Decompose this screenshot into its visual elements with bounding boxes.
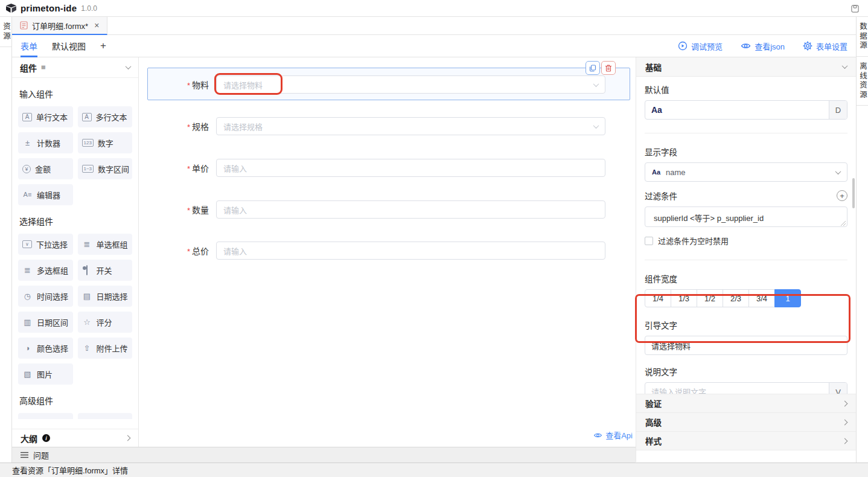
component-date-picker[interactable]: ▤日期选择 <box>78 286 133 307</box>
component-label: 下拉选择 <box>36 238 68 250</box>
component-radio-group[interactable]: ≣单选框组 <box>78 234 133 255</box>
width-option-3-4[interactable]: 3/4 <box>748 289 775 307</box>
total-price-input[interactable]: 请输入 <box>216 242 605 260</box>
delete-component-button[interactable] <box>601 61 616 75</box>
component-checkbox-group[interactable]: ≣多选框组 <box>18 260 73 281</box>
select-placeholder: 请选择规格 <box>223 121 263 132</box>
section-validation-title: 验证 <box>645 397 662 409</box>
component-label: 数字区间 <box>98 163 129 174</box>
component-currency[interactable]: ¥金额 <box>18 158 73 179</box>
view-api-link[interactable]: 查看Api <box>593 429 633 441</box>
component-label: 日期选择 <box>97 290 128 302</box>
form-settings-button[interactable]: 表单设置 <box>803 40 847 52</box>
spec-select[interactable]: 请选择规格 <box>216 117 605 135</box>
rail-data-source[interactable]: 数据源 <box>857 17 868 57</box>
add-view-button[interactable]: + <box>100 40 106 52</box>
quantity-input[interactable]: 请输入 <box>216 200 605 219</box>
view-toolbar: 表单 默认视图 + 调试预览 查看json 表单设置 <box>12 35 856 57</box>
checkbox-icon[interactable] <box>645 237 653 245</box>
component-upload[interactable]: ⇧附件上传 <box>78 338 133 359</box>
component-label: 单选框组 <box>97 238 128 250</box>
debug-preview-button[interactable]: 调试预览 <box>678 40 723 52</box>
divider <box>645 133 847 133</box>
component-button-partial[interactable] <box>18 413 73 419</box>
inspector-scrollbar[interactable] <box>852 178 855 208</box>
number-icon: 123 <box>82 139 94 147</box>
section-basic-header[interactable]: 基础 <box>636 57 856 77</box>
component-button-partial[interactable] <box>78 413 133 419</box>
tab-default-view[interactable]: 默认视图 <box>52 35 86 57</box>
filter-expression-textarea[interactable]: supplierId <等于> p_supplier_id <box>645 206 847 227</box>
width-option-1-3[interactable]: 1/3 <box>671 289 697 307</box>
resize-grip-icon[interactable] <box>841 221 846 226</box>
input-placeholder: 请输入 <box>223 204 247 216</box>
filter-expression-wrap: supplierId <等于> p_supplier_id <box>645 206 847 229</box>
default-value-label: 默认值 <box>645 83 847 95</box>
collapsed-sections: 验证 高级 样式 <box>636 394 856 450</box>
component-label: 数字 <box>98 137 113 149</box>
component-color-picker[interactable]: ◑颜色选择 <box>18 338 73 359</box>
component-counter[interactable]: ±计数器 <box>18 132 73 153</box>
default-value-input[interactable] <box>645 101 829 119</box>
filter-disable-label: 过滤条件为空时禁用 <box>658 235 729 246</box>
component-rating[interactable]: ☆评分 <box>78 312 133 333</box>
component-editor[interactable]: A≡编辑器 <box>18 184 73 205</box>
close-icon[interactable]: × <box>94 21 99 30</box>
view-json-button[interactable]: 查看json <box>741 40 785 52</box>
component-dropdown-select[interactable]: ∨下拉选择 <box>18 234 73 255</box>
component-date-range[interactable]: ▥日期区间 <box>18 312 73 333</box>
checkbox-group-icon: ≣ <box>22 266 33 274</box>
field-row-total-price: *总价 请输入 <box>139 241 636 260</box>
component-number[interactable]: 123数字 <box>78 132 133 153</box>
filter-disable-checkbox-row[interactable]: 过滤条件为空时禁用 <box>645 235 847 246</box>
material-select[interactable]: 请选择物料 <box>216 75 605 94</box>
chevron-down-icon <box>842 63 848 69</box>
guide-text-input[interactable] <box>645 336 847 354</box>
unit-price-input[interactable]: 请输入 <box>216 159 605 177</box>
component-time-picker[interactable]: ◷时间选择 <box>18 286 73 307</box>
section-validation-header[interactable]: 验证 <box>636 394 856 413</box>
component-single-line-text[interactable]: A单行文本 <box>18 106 73 127</box>
app-logo-icon <box>5 3 17 13</box>
section-style-header[interactable]: 样式 <box>636 432 856 450</box>
file-tab-strip: 订单明细.formx* × <box>12 17 856 35</box>
rail-resources[interactable]: 资源 <box>0 17 12 47</box>
width-option-1-4[interactable]: 1/4 <box>645 289 671 307</box>
problems-panel-header[interactable]: 问题 <box>12 447 636 463</box>
tab-form[interactable]: 表单 <box>21 35 37 57</box>
width-option-1-2[interactable]: 1/2 <box>697 289 723 307</box>
save-icon[interactable] <box>849 3 860 14</box>
default-value-mode-button[interactable]: D <box>829 101 847 119</box>
input-placeholder: 请输入 <box>223 245 247 257</box>
width-option-full[interactable]: 1 <box>774 289 801 307</box>
component-label: 计数器 <box>37 137 60 149</box>
component-image[interactable]: ▧图片 <box>18 363 73 385</box>
required-asterisk: * <box>187 123 190 132</box>
component-switch[interactable]: 开关 <box>78 260 133 281</box>
component-multiline-text[interactable]: A多行文本 <box>78 106 133 127</box>
field-row-unit-price: *单价 请输入 <box>139 158 636 178</box>
chevron-down-icon <box>593 123 599 129</box>
outline-label: 大纲 <box>21 432 37 444</box>
rail-offline-resources[interactable]: 离线资源 <box>857 57 868 106</box>
display-field-select[interactable]: Aa name <box>645 162 847 182</box>
view-api-label: 查看Api <box>605 429 633 441</box>
copy-component-button[interactable] <box>586 61 600 75</box>
chevron-down-icon[interactable] <box>126 63 132 69</box>
debug-preview-label: 调试预览 <box>691 40 723 52</box>
width-option-2-3[interactable]: 2/3 <box>723 289 749 307</box>
input-component-grid: A单行文本 A多行文本 ±计数器 123数字 ¥金额 1~3数字区间 A≡编辑器 <box>18 106 132 205</box>
component-label: 开关 <box>97 264 112 276</box>
component-label: 评分 <box>97 316 112 328</box>
add-filter-button[interactable]: + <box>837 190 847 201</box>
required-asterisk: * <box>187 247 190 256</box>
eye-icon <box>741 42 751 50</box>
outline-panel-header[interactable]: 大纲 i <box>12 429 138 447</box>
primeton-ide-window: primeton-ide 1.0.0 资源 数据源 离线资源 订单明细.form… <box>0 0 868 477</box>
component-panel-header[interactable]: 组件 ≡ <box>12 57 138 78</box>
upload-icon: ⇧ <box>82 344 92 352</box>
file-tab-order-detail[interactable]: 订单明细.formx* × <box>12 17 107 35</box>
section-advanced-header[interactable]: 高级 <box>636 413 856 432</box>
component-number-range[interactable]: 1~3数字区间 <box>78 158 133 179</box>
property-inspector: 基础 默认值 D 显示字段 Aa name 过滤条件 + supplierId … <box>636 57 856 462</box>
